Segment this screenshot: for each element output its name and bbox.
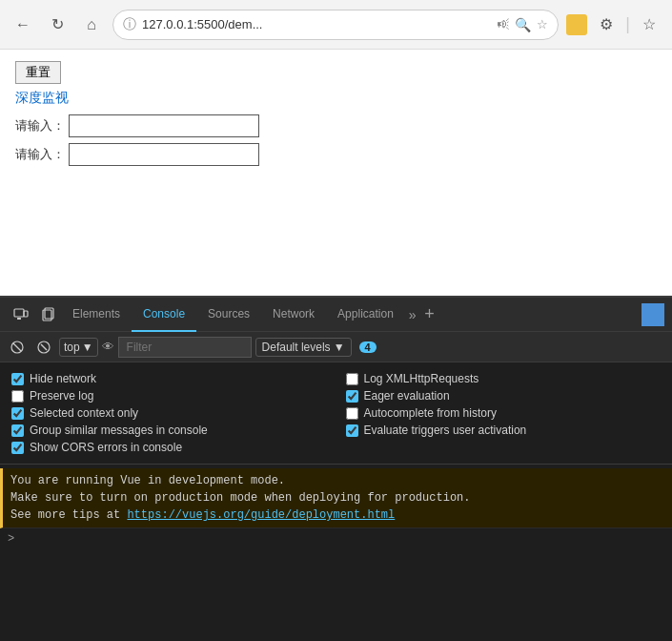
tab-application[interactable]: Application [326, 298, 405, 332]
cors-errors-label: Show CORS errors in console [30, 441, 182, 454]
star-icon: ☆ [537, 17, 548, 31]
eval-triggers-checkbox[interactable] [346, 424, 358, 437]
filter-input[interactable] [118, 337, 252, 358]
setting-eval-triggers: Evaluate triggers user activation [346, 422, 662, 439]
setting-preserve-log: Preserve log [11, 387, 327, 404]
eager-eval-checkbox[interactable] [346, 390, 358, 403]
log-xhr-label: Log XMLHttpRequests [364, 372, 479, 385]
group-similar-checkbox[interactable] [11, 424, 24, 437]
devtools-device-icon[interactable] [8, 301, 34, 328]
svg-line-8 [41, 344, 47, 350]
console-link[interactable]: https://vuejs.org/guide/deployment.html [127, 508, 395, 522]
devtools-tabs: Elements Console Sources Network Applica… [0, 298, 672, 332]
tab-elements[interactable]: Elements [61, 298, 132, 332]
message-count-badge: 4 [359, 341, 377, 353]
selected-context-checkbox[interactable] [11, 407, 24, 420]
reload-button[interactable]: ↻ [44, 11, 71, 38]
back-button[interactable]: ← [10, 11, 36, 38]
group-similar-label: Group similar messages in console [30, 424, 208, 437]
svg-rect-2 [24, 311, 28, 317]
extensions-button[interactable]: ⚙ [593, 11, 620, 38]
input-row-2: 请输入： [15, 143, 657, 166]
input2-field[interactable] [69, 143, 259, 166]
browser-actions: ⚙ | ☆ [566, 11, 662, 38]
levels-label: Default levels [262, 341, 331, 354]
hide-network-label: Hide network [30, 372, 96, 385]
selected-context-label: Selected context only [30, 406, 138, 420]
preserve-log-checkbox[interactable] [11, 390, 24, 403]
svg-line-6 [13, 343, 21, 351]
context-label: top [64, 341, 80, 354]
input-row-1: 请输入： [15, 114, 657, 137]
home-button[interactable]: ⌂ [78, 11, 105, 38]
autocomplete-history-label: Autocomplete from history [364, 406, 497, 420]
settings-left: Hide network Preserve log Selected conte… [11, 370, 327, 456]
profile-icon[interactable] [566, 14, 587, 35]
levels-dropdown[interactable]: Default levels ▼ [255, 338, 352, 357]
zoom-icon: 🔍 [515, 17, 531, 32]
input1-field[interactable] [69, 114, 259, 137]
devtools-copy-icon[interactable] [34, 301, 61, 328]
autocomplete-history-checkbox[interactable] [346, 407, 358, 420]
browser-chrome: ← ↻ ⌂ ⓘ 127.0.0.1:5500/dem... 🕬 🔍 ☆ ⚙ | … [0, 0, 672, 50]
url-text: 127.0.0.1:5500/dem... [142, 17, 262, 31]
eager-eval-label: Eager evaluation [364, 389, 450, 403]
tabs-more-button[interactable]: » [409, 307, 417, 322]
favorites-button[interactable]: ☆ [636, 11, 662, 38]
page-content: 重置 深度监视 请输入： 请输入： [0, 50, 672, 296]
deep-monitor-label: 深度监视 [15, 90, 657, 107]
clear-console-button[interactable] [6, 336, 29, 359]
console-message-vue: You are running Vue in development mode.… [0, 468, 672, 528]
read-aloud-icon: 🕬 [497, 17, 509, 31]
console-filter-bar: top ▼ 👁 Default levels ▼ 4 [0, 332, 672, 362]
setting-selected-context: Selected context only [11, 404, 327, 422]
console-line1: You are running Vue in development mode. [10, 474, 285, 487]
address-bar[interactable]: ⓘ 127.0.0.1:5500/dem... 🕬 🔍 ☆ [112, 10, 559, 40]
separator: | [625, 14, 630, 34]
settings-panel: Hide network Preserve log Selected conte… [0, 362, 672, 465]
stop-button[interactable] [32, 336, 55, 359]
setting-eager-eval: Eager evaluation [346, 387, 662, 404]
tab-sources[interactable]: Sources [196, 298, 261, 332]
svg-rect-0 [14, 309, 24, 317]
setting-log-xhr: Log XMLHttpRequests [346, 370, 662, 387]
reset-button[interactable]: 重置 [15, 61, 61, 84]
setting-cors-errors: Show CORS errors in console [11, 439, 327, 456]
eval-triggers-label: Evaluate triggers user activation [364, 424, 527, 437]
prompt-arrow-icon: > [8, 532, 14, 546]
log-xhr-checkbox[interactable] [346, 373, 358, 385]
setting-hide-network: Hide network [11, 370, 327, 387]
eye-icon[interactable]: 👁 [102, 340, 114, 354]
context-selector[interactable]: top ▼ [59, 338, 98, 357]
devtools-panel: Elements Console Sources Network Applica… [0, 296, 672, 641]
cors-errors-checkbox[interactable] [11, 442, 24, 454]
edge-devtools-button[interactable] [641, 303, 664, 326]
console-line3-prefix: See more tips at [10, 508, 127, 522]
levels-chevron-icon: ▼ [334, 341, 345, 354]
input2-label: 请输入： [15, 146, 65, 163]
tab-add-button[interactable]: + [418, 303, 441, 326]
console-line2: Make sure to turn on production mode whe… [10, 491, 470, 505]
tab-console[interactable]: Console [132, 298, 196, 332]
info-icon: ⓘ [123, 16, 136, 33]
setting-group-similar: Group similar messages in console [11, 422, 327, 439]
preserve-log-label: Preserve log [30, 389, 93, 403]
tab-network[interactable]: Network [261, 298, 326, 332]
context-dropdown-icon: ▼ [82, 341, 93, 354]
console-prompt[interactable]: > [0, 528, 672, 549]
console-output: You are running Vue in development mode.… [0, 465, 672, 641]
setting-autocomplete-history: Autocomplete from history [346, 404, 662, 422]
hide-network-checkbox[interactable] [11, 373, 24, 385]
input1-label: 请输入： [15, 117, 65, 134]
svg-rect-1 [17, 318, 21, 320]
settings-right: Log XMLHttpRequests Eager evaluation Aut… [346, 370, 662, 456]
